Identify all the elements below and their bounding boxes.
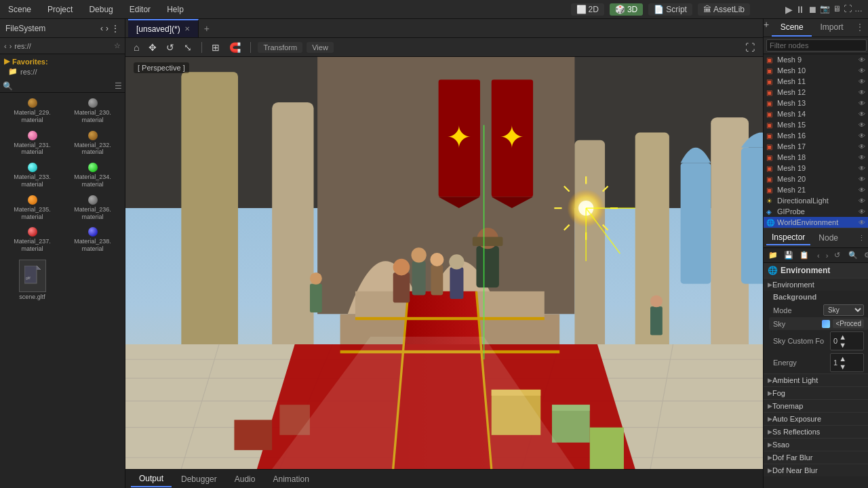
menu-editor[interactable]: Editor [127,3,153,16]
tree-item-mesh11[interactable]: ▣ Mesh 11 👁 [764,76,868,87]
list-item[interactable]: Material_238.material [63,224,122,256]
inspector-more[interactable]: ⋮ [858,234,865,243]
list-item[interactable]: Material_229.material [3,96,62,127]
spin-buttons[interactable]: ▲▼ [839,333,846,349]
tab-scene[interactable]: Scene [772,19,812,37]
inspector-save-icon[interactable]: 💾 [782,249,795,261]
inspector-settings-icon[interactable]: ⚙ [862,249,868,261]
list-item[interactable]: Material_231.material [3,128,62,159]
toolbar-scale[interactable]: ⤡ [181,41,195,54]
stop-button[interactable]: ⏹ [808,4,817,15]
tab-unsaved[interactable]: [unsaved](*) ✕ [128,19,199,37]
dof-far-blur-section[interactable]: ▶ Dof Far Blur [764,451,868,464]
display-button[interactable]: 🖥 [833,4,841,15]
tree-item-mesh21[interactable]: ▣ Mesh 21 👁 [764,184,868,195]
grid-search-icon[interactable]: 🔍 [3,81,13,91]
filter-input[interactable] [766,39,867,52]
tree-item-mesh15[interactable]: ▣ Mesh 15 👁 [764,119,868,130]
toolbar-grid[interactable]: ⊞ [209,41,222,54]
tree-item-mesh14[interactable]: ▣ Mesh 14 👁 [764,108,868,119]
tab-audio[interactable]: Audio [226,472,264,487]
tab-animation[interactable]: Animation [264,472,317,487]
tree-item-directionallight[interactable]: ☀ DirectionalLight 👁 [764,195,868,206]
camera-button[interactable]: 📷 [820,4,830,15]
tree-item-mesh18[interactable]: ▣ Mesh 18 👁 [764,152,868,163]
mode-assetlib[interactable]: 🏛 AssetLib [698,3,750,16]
fog-section[interactable]: ▶ Fog [764,386,868,399]
tree-item-giprobe[interactable]: ◈ GIProbe 👁 [764,206,868,217]
tree-item-mesh20[interactable]: ▣ Mesh 20 👁 [764,174,868,184]
pause-button[interactable]: ⏸ [795,4,805,15]
visibility-icon[interactable]: 👁 [859,208,865,216]
fullscreen-button[interactable]: ⛶ [844,4,852,15]
inspector-open-icon[interactable]: 📁 [766,249,780,261]
toolbar-move[interactable]: ✥ [146,41,159,54]
inspector-forward-icon[interactable]: › [824,250,831,261]
tree-item-mesh12[interactable]: ▣ Mesh 12 👁 [764,87,868,98]
visibility-icon[interactable]: 👁 [859,143,865,150]
inspector-copy-icon[interactable]: 📋 [797,249,811,261]
environment-section-header[interactable]: ▶ Environment [764,278,868,291]
tree-item-mesh16[interactable]: ▣ Mesh 16 👁 [764,130,868,141]
tree-item-mesh13[interactable]: ▣ Mesh 13 👁 [764,98,868,108]
list-item[interactable]: Material_237.material [3,224,62,256]
tree-item-mesh19[interactable]: ▣ Mesh 19 👁 [764,163,868,174]
visibility-icon[interactable]: 👁 [859,197,865,205]
inspector-search-icon[interactable]: 🔍 [846,249,860,261]
visibility-icon[interactable]: 👁 [859,219,865,226]
mode-3d[interactable]: 🎲 3D [610,3,643,16]
visibility-icon[interactable]: 👁 [859,186,865,194]
list-item[interactable]: Material_232.material [63,128,122,159]
add-node-button[interactable]: + [764,19,769,37]
visibility-icon[interactable]: 👁 [859,100,865,107]
transform-label[interactable]: Transform [258,42,302,53]
sky-custom-fo-field[interactable]: 0 ▲▼ [830,331,864,350]
mode-2d[interactable]: ⬜ 2D [571,3,604,16]
ss-reflections-section[interactable]: ▶ Ss Reflections [764,425,868,438]
right-tab-more[interactable]: ⋮ [852,19,868,37]
visibility-icon[interactable]: 👁 [859,132,865,140]
menu-help[interactable]: Help [164,3,186,16]
tonemap-section[interactable]: ▶ Tonemap [764,399,868,412]
visibility-icon[interactable]: 👁 [859,67,865,75]
toolbar-maximize[interactable]: ⛶ [743,41,757,54]
menu-project[interactable]: Project [45,3,75,16]
energy-field[interactable]: 1 ▲▼ [830,353,864,372]
view-label[interactable]: View [307,42,334,53]
breadcrumb-prev[interactable]: ‹ [4,42,7,50]
menu-scene[interactable]: Scene [5,3,34,16]
favorites-title[interactable]: ▶ Favorites: [4,57,121,66]
tree-item-worldenvironment[interactable]: 🌐 WorldEnvironment 👁 [764,217,868,228]
tab-import[interactable]: Import [812,19,852,37]
visibility-icon[interactable]: 👁 [859,89,865,96]
tab-debugger[interactable]: Debugger [173,472,225,487]
energy-spin-buttons[interactable]: ▲▼ [839,354,846,371]
visibility-icon[interactable]: 👁 [859,121,865,129]
inspector-tab-node[interactable]: Node [813,231,844,245]
ssao-section[interactable]: ▶ Ssao [764,438,868,451]
left-panel-next[interactable]: › [106,24,108,33]
menu-debug[interactable]: Debug [86,3,115,16]
visibility-icon[interactable]: 👁 [859,110,865,118]
tree-item-mesh9[interactable]: ▣ Mesh 9 👁 [764,54,868,65]
toolbar-snap[interactable]: 🧲 [226,41,243,54]
tab-add-button[interactable]: + [199,20,215,37]
left-panel-more[interactable]: ⋮ [111,24,119,33]
breadcrumb-path[interactable]: res:// [14,42,111,50]
auto-exposure-section[interactable]: ▶ Auto Exposure [764,412,868,425]
grid-list-icon[interactable]: ☰ [115,81,122,91]
inspector-tab-inspector[interactable]: Inspector [766,230,810,245]
play-button[interactable]: ▶ [785,4,793,15]
scene-file[interactable]: gltf scene.gltf [3,257,62,303]
favorites-res[interactable]: 📁 res:// [4,66,121,77]
dof-near-blur-section[interactable]: ▶ Dof Near Blur [764,464,868,476]
tree-item-mesh10[interactable]: ▣ Mesh 10 👁 [764,65,868,76]
list-item[interactable]: Material_234.material [63,160,122,191]
list-item[interactable]: Material_230.material [63,96,122,127]
tree-item-mesh17[interactable]: ▣ Mesh 17 👁 [764,141,868,152]
sky-value[interactable]: <Proced [833,319,864,328]
more-button[interactable]: … [854,4,863,15]
visibility-icon[interactable]: 👁 [859,176,865,183]
visibility-icon[interactable]: 👁 [859,154,865,161]
list-item[interactable]: Material_233.material [3,160,62,191]
